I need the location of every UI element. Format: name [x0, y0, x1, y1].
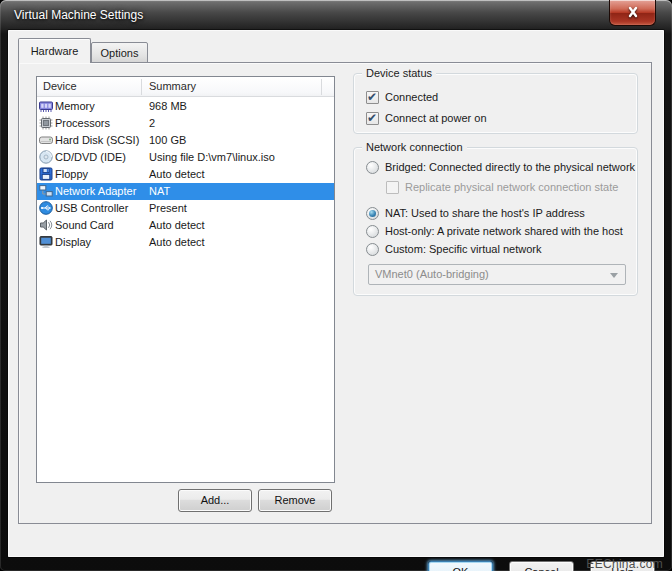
device-row-usb-controller[interactable]: USB ControllerPresent [37, 200, 334, 217]
column-divider[interactable] [141, 79, 142, 95]
settings-dialog: Hardware Options Device Summary Memory96… [8, 30, 664, 557]
processor-icon [39, 116, 53, 130]
close-icon [625, 4, 641, 22]
device-name: Floppy [55, 166, 88, 183]
network-connection-title: Network connection [362, 140, 467, 154]
device-row-processors[interactable]: Processors2 [37, 115, 334, 132]
device-summary: Using file D:\vm7\linux.iso [149, 149, 275, 166]
floppy-icon [39, 167, 53, 181]
replicate-checkbox[interactable] [386, 181, 399, 194]
device-row-memory[interactable]: Memory968 MB [37, 98, 334, 115]
network-connection-group: Network connection Bridged: Connected di… [353, 147, 638, 296]
nat-label: NAT: Used to share the host's IP address [385, 207, 585, 219]
device-name: USB Controller [55, 200, 128, 217]
hardware-tab-page: Device Summary Memory968 MBProcessors2Ha… [18, 62, 652, 524]
nat-radio[interactable] [366, 207, 379, 220]
bridged-label: Bridged: Connected directly to the physi… [385, 161, 635, 173]
device-row-network-adapter[interactable]: Network AdapterNAT [37, 183, 334, 200]
device-name: Hard Disk (SCSI) [55, 132, 139, 149]
device-summary: Present [149, 200, 187, 217]
display-icon [39, 235, 53, 249]
title-bar[interactable]: Virtual Machine Settings [0, 0, 672, 30]
replicate-label: Replicate physical network connection st… [405, 181, 618, 193]
memory-icon [39, 99, 53, 113]
device-summary: 2 [149, 115, 155, 132]
custom-radio-row[interactable]: Custom: Specific virtual network [366, 242, 542, 256]
bridged-radio-row[interactable]: Bridged: Connected directly to the physi… [366, 160, 635, 174]
column-header-summary[interactable]: Summary [149, 80, 196, 92]
chevron-down-icon [610, 273, 618, 278]
tab-hardware[interactable]: Hardware [18, 38, 91, 63]
host-only-radio-row[interactable]: Host-only: A private network shared with… [366, 224, 623, 238]
window-title: Virtual Machine Settings [14, 8, 143, 22]
device-summary: 968 MB [149, 98, 187, 115]
connected-checkbox-row[interactable]: Connected [366, 90, 438, 104]
ok-button[interactable]: OK [428, 561, 493, 571]
device-row-cd-dvd-ide[interactable]: CD/DVD (IDE)Using file D:\vm7\linux.iso [37, 149, 334, 166]
column-header-device[interactable]: Device [43, 80, 77, 92]
device-list: Device Summary Memory968 MBProcessors2Ha… [36, 76, 335, 483]
connected-checkbox[interactable] [366, 91, 379, 104]
column-divider[interactable] [321, 79, 322, 95]
connect-at-power-on-label: Connect at power on [385, 112, 487, 124]
device-row-display[interactable]: DisplayAuto detect [37, 234, 334, 251]
device-summary: Auto detect [149, 217, 205, 234]
device-status-title: Device status [362, 66, 436, 80]
device-name: Sound Card [55, 217, 114, 234]
custom-radio[interactable] [366, 243, 379, 256]
device-name: CD/DVD (IDE) [55, 149, 126, 166]
vmnet-select[interactable]: VMnet0 (Auto-bridging) [368, 264, 626, 285]
network-adapter-icon [39, 184, 53, 198]
device-summary: Auto detect [149, 234, 205, 251]
device-name: Processors [55, 115, 110, 132]
connect-at-power-on-checkbox[interactable] [366, 112, 379, 125]
device-name: Network Adapter [55, 183, 136, 200]
device-name: Memory [55, 98, 95, 115]
device-row-floppy[interactable]: FloppyAuto detect [37, 166, 334, 183]
cancel-button[interactable]: Cancel [509, 561, 574, 571]
sound-card-icon [39, 218, 53, 232]
tab-options[interactable]: Options [91, 42, 148, 63]
cd-dvd-icon [39, 150, 53, 164]
device-rows: Memory968 MBProcessors2Hard Disk (SCSI)1… [37, 98, 334, 251]
device-row-hard-disk-scsi[interactable]: Hard Disk (SCSI)100 GB [37, 132, 334, 149]
nat-radio-row[interactable]: NAT: Used to share the host's IP address [366, 206, 585, 220]
device-row-sound-card[interactable]: Sound CardAuto detect [37, 217, 334, 234]
host-only-label: Host-only: A private network shared with… [385, 225, 623, 237]
device-summary: NAT [149, 183, 170, 200]
device-list-header: Device Summary [37, 77, 334, 97]
hard-disk-icon [39, 133, 53, 147]
watermark: EEChina.com [586, 557, 663, 571]
connect-at-power-on-checkbox-row[interactable]: Connect at power on [366, 111, 487, 125]
remove-device-button[interactable]: Remove [258, 489, 332, 512]
connected-label: Connected [385, 91, 438, 103]
device-name: Display [55, 234, 91, 251]
close-button[interactable] [609, 0, 656, 26]
bridged-radio[interactable] [366, 161, 379, 174]
vmnet-select-value: VMnet0 (Auto-bridging) [375, 268, 489, 280]
replicate-checkbox-row: Replicate physical network connection st… [386, 180, 618, 194]
virtual-machine-settings-window: Virtual Machine Settings Hardware Option… [0, 0, 672, 571]
device-summary: 100 GB [149, 132, 186, 149]
usb-controller-icon [39, 201, 53, 215]
device-status-group: Device status Connected Connect at power… [353, 73, 638, 134]
device-summary: Auto detect [149, 166, 205, 183]
host-only-radio[interactable] [366, 225, 379, 238]
add-device-button[interactable]: Add... [178, 489, 252, 512]
custom-label: Custom: Specific virtual network [385, 243, 542, 255]
